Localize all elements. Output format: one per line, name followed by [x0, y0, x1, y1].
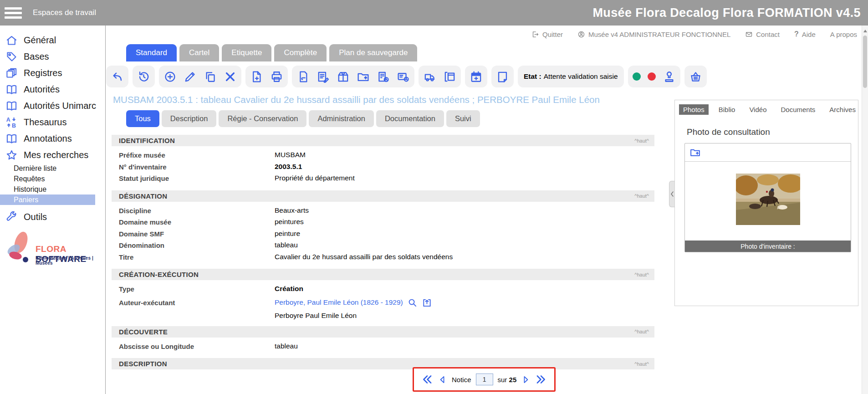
stamp-icon[interactable] — [663, 70, 676, 83]
workspace-label[interactable]: Espaces de travail — [33, 8, 96, 17]
current-user[interactable]: Musée v4 ADMINISTRATEUR FONCTIONNEL — [577, 31, 730, 38]
panel-collapse-handle[interactable] — [669, 181, 674, 207]
media-tab-documents[interactable]: Documents — [776, 104, 819, 115]
copy-icon[interactable] — [204, 70, 217, 83]
quit-button[interactable]: Quitter — [531, 31, 563, 38]
media-tabs: Photos Biblio Vidéo Documents Archives — [679, 104, 858, 115]
undo-icon[interactable] — [111, 70, 124, 83]
mode-tabs: Standard Cartel Etiquette Complète Plan … — [126, 44, 654, 61]
detail-tab-tous[interactable]: Tous — [126, 110, 159, 127]
back-to-top-link[interactable]: ^haut^ — [634, 193, 649, 199]
open-authority-icon[interactable] — [422, 297, 432, 308]
sidebar-item-outils[interactable]: Outils — [0, 209, 105, 225]
inventory-photo-thumbnail[interactable] — [736, 174, 800, 225]
field-row: DisciplineBeaux-arts — [112, 205, 654, 217]
edit-icon[interactable] — [184, 70, 197, 83]
vertical-scrollbar[interactable] — [862, 26, 868, 394]
edit-form-icon[interactable] — [317, 70, 330, 83]
pagination-total: sur 25 — [498, 376, 517, 384]
sidebar-item-bases[interactable]: Bases — [0, 48, 105, 65]
last-record-icon[interactable] — [535, 374, 547, 385]
media-tab-video[interactable]: Vidéo — [745, 104, 771, 115]
question-mark-icon: ? — [794, 30, 799, 38]
pagination-separator: sur — [498, 376, 507, 384]
folder-export-icon[interactable] — [689, 147, 701, 158]
media-tab-biblio[interactable]: Biblio — [715, 104, 740, 115]
book-icon — [5, 100, 18, 112]
toolbar-group-note — [491, 66, 514, 87]
scroll-up-arrow-icon[interactable] — [863, 28, 867, 32]
export-record-icon[interactable] — [250, 70, 263, 83]
add-record-icon[interactable] — [163, 70, 177, 83]
history-icon[interactable] — [137, 70, 150, 83]
thesaurus-icon: AB — [5, 116, 18, 128]
note-icon[interactable] — [496, 70, 509, 83]
section-header-designation: DÉSIGNATION ^haut^ — [112, 190, 654, 202]
detail-tab-suivi[interactable]: Suivi — [446, 110, 480, 127]
svg-text:B: B — [12, 123, 16, 128]
field-label: Type — [119, 284, 275, 293]
field-label: Domaine musée — [119, 217, 275, 226]
first-record-icon[interactable] — [421, 374, 433, 385]
toolbar-group-calendar — [465, 66, 487, 87]
media-tab-archives[interactable]: Archives — [825, 104, 860, 115]
sidebar-item-autorites[interactable]: Autorités — [0, 81, 105, 97]
validate-green-dot[interactable] — [633, 72, 641, 81]
field-row: Préfixe muséeMUSBAM — [112, 150, 654, 162]
back-to-top-link[interactable]: ^haut^ — [634, 361, 649, 367]
basket-icon[interactable] — [689, 70, 702, 83]
print-icon[interactable] — [270, 70, 283, 83]
scrollbar-thumb[interactable] — [863, 36, 867, 88]
reject-red-dot[interactable] — [648, 72, 656, 81]
svg-text:A: A — [6, 117, 10, 123]
card-clock-icon[interactable] — [397, 70, 410, 83]
search-authority-icon[interactable] — [407, 297, 418, 308]
mode-tab-standard[interactable]: Standard — [126, 44, 177, 61]
detail-tab-description[interactable]: Description — [162, 110, 217, 127]
back-to-top-link[interactable]: ^haut^ — [634, 272, 649, 277]
section-header-creation-execution: CRÉATION-EXÉCUTION ^haut^ — [112, 269, 654, 280]
back-to-top-link[interactable]: ^haut^ — [634, 138, 649, 143]
package-icon[interactable] — [337, 70, 350, 83]
mode-tab-etiquette[interactable]: Etiquette — [222, 44, 271, 61]
field-row: Domaine SMFpeinture — [112, 229, 654, 240]
sidebar-item-autorites-unimarc[interactable]: Autorités Unimarc — [0, 97, 105, 114]
sidebar-item-general[interactable]: Général — [0, 32, 105, 48]
media-tab-photos[interactable]: Photos — [679, 104, 709, 115]
help-button[interactable]: ? Aide — [794, 30, 816, 38]
sidebar-subitem-requetes[interactable]: Requêtes — [0, 174, 105, 184]
folder-export-icon[interactable] — [357, 70, 370, 83]
record-number-input[interactable] — [476, 374, 493, 385]
about-button[interactable]: A propos — [830, 31, 857, 38]
back-to-top-link[interactable]: ^haut^ — [634, 329, 649, 334]
next-record-icon[interactable] — [521, 375, 531, 384]
calendar-add-icon[interactable] — [470, 70, 483, 83]
detail-tab-documentation[interactable]: Documentation — [376, 110, 444, 127]
mode-tab-complete[interactable]: Complète — [274, 44, 327, 61]
building-clock-icon[interactable] — [377, 70, 390, 83]
mode-tab-plan-sauvegarde[interactable]: Plan de sauvegarde — [329, 44, 417, 61]
logo-flora-text: FLORA — [36, 244, 66, 254]
previous-record-icon[interactable] — [438, 375, 447, 384]
sidebar-item-thesaurus[interactable]: AB Thesaurus — [0, 114, 105, 130]
contact-button[interactable]: Contact — [745, 31, 780, 38]
sidebar-subitem-derniere-liste[interactable]: Dernière liste — [0, 163, 105, 174]
sidebar-item-registres[interactable]: Registres — [0, 65, 105, 81]
hamburger-menu-icon[interactable] — [5, 7, 22, 19]
section-rows: TypeCréation Auteur-exécutant Perboyre, … — [112, 284, 654, 321]
sidebar-subitem-historique[interactable]: Historique — [0, 184, 105, 194]
storage-icon[interactable] — [443, 70, 456, 83]
sidebar-item-mes-recherches[interactable]: Mes recherches — [0, 147, 105, 163]
field-row-author: Auteur-exécutant Perboyre, Paul Emile Lé… — [112, 297, 654, 309]
section-rows: DisciplineBeaux-arts Domaine muséepeintu… — [112, 205, 654, 264]
sidebar-item-annotations[interactable]: Annotations — [0, 130, 105, 147]
photo-frame: Photo d'inventaire : — [684, 143, 851, 252]
delete-icon[interactable] — [224, 70, 237, 83]
author-authority-link[interactable]: Perboyre, Paul Emile Léon (1826 - 1929) — [275, 298, 403, 307]
sidebar-subitem-paniers[interactable]: Paniers — [0, 194, 95, 205]
mode-tab-cartel[interactable]: Cartel — [179, 44, 219, 61]
attach-page-icon[interactable] — [296, 70, 310, 83]
transport-icon[interactable] — [423, 70, 436, 83]
detail-tab-regie-conservation[interactable]: Régie - Conservation — [219, 110, 306, 127]
detail-tab-administration[interactable]: Administration — [309, 110, 374, 127]
